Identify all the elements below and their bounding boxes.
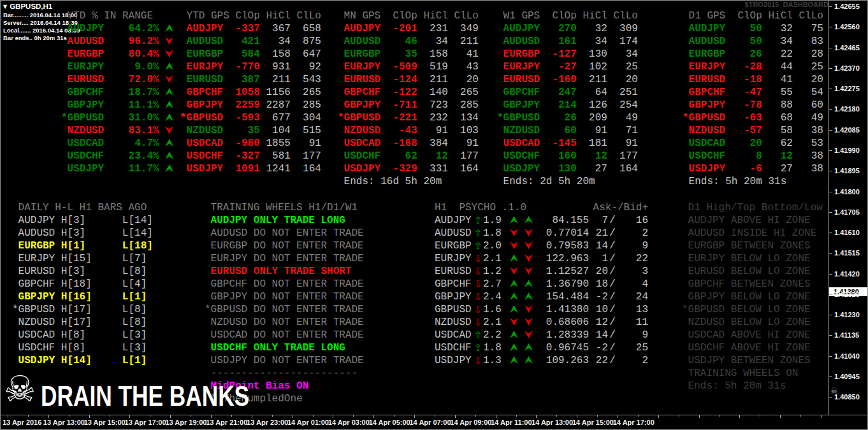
- table-row: USDJPY BETWEEN ZONES: [682, 354, 811, 367]
- price-scale[interactable]: 1.41380 ☠ 1.426551.425601.424651.423701.…: [829, 0, 868, 415]
- slash: /: [608, 341, 617, 354]
- table-row: AUDUSD H[3] L[14]: [12, 227, 153, 240]
- skull-crossbones-icon: ☠: [4, 369, 36, 409]
- pair-and-clop: USDJPY 1091: [180, 163, 260, 175]
- hicl-value: 22: [762, 48, 793, 60]
- up-arrow-icon: [165, 113, 173, 121]
- price-tick-label: 1.41515: [834, 249, 860, 257]
- column-header: YTD % IN RANGE: [61, 10, 153, 22]
- cllo-value: 265: [448, 87, 479, 98]
- bid-value: 22: [617, 252, 648, 265]
- price-tick-label: 1.40945: [834, 373, 860, 381]
- table-row: AUDJPY 64.2%: [61, 22, 173, 35]
- hicl-value: 519: [417, 61, 448, 73]
- table-row: *GBPUSD BELOW LO ZONE: [682, 303, 811, 316]
- up-arrow-icon: [165, 152, 173, 159]
- table-row: USDJPY 1091 1241 164: [180, 162, 321, 175]
- up-arrow-icon: [510, 280, 518, 287]
- psycho-row: EURJPY⇩2.1122.9631/22: [435, 252, 648, 265]
- hicl-value: 41: [762, 74, 793, 85]
- cllo-value: 177: [448, 150, 479, 162]
- pair-and-clop: AUDUSD 50: [683, 36, 762, 47]
- pair-and-clop: NZDUSD 35: [180, 125, 260, 136]
- hicl-value: 68: [762, 112, 793, 124]
- chevron-arrows: [505, 354, 543, 367]
- table-row: EURJPY -27 102 25: [497, 61, 638, 73]
- cllo-value: 647: [291, 48, 321, 60]
- hicl-value: 158: [260, 48, 291, 60]
- hicl-value: 209: [577, 112, 607, 124]
- psycho-level: 1.2: [483, 265, 505, 278]
- ends-countdown: Ends: 2d 5h 20m: [497, 176, 595, 187]
- chevron-arrows: [505, 316, 543, 329]
- slash: /: [608, 290, 617, 303]
- bid-value: 2: [617, 354, 648, 367]
- pair-and-clop: NZDUSD -57: [683, 125, 762, 136]
- training-row-text: AUDJPY ONLY TRADE LONG: [205, 215, 345, 226]
- psycho-level: 2.2: [483, 329, 505, 341]
- pair-and-percent: AUDUSD 96.2%: [61, 36, 165, 47]
- cllo-value: 83: [793, 36, 823, 47]
- table-row: AUDUSD 96.2%: [61, 35, 173, 48]
- time-axis[interactable]: 13 Apr 201613 Apr 13:0013 Apr 15:0013 Ap…: [0, 415, 868, 430]
- pair-and-clop: AUDJPY 270: [497, 23, 577, 34]
- pair-and-clop: AUDJPY 50: [683, 23, 762, 34]
- zones-header: D1 High/Top Bottom/Low: [682, 202, 823, 213]
- hicl-value: 58: [762, 125, 793, 136]
- hicl-value: 34: [577, 36, 607, 47]
- table-row: EURGBP 584 158 647: [180, 48, 321, 61]
- bid-value: 2: [617, 227, 648, 240]
- table-row: EURJPY -770 931 92: [180, 61, 321, 73]
- cllo-value: 164: [291, 163, 321, 175]
- table-row: USDCHF 62 12 177: [338, 150, 479, 162]
- table-row: USDCAD -145 181 91: [497, 137, 638, 150]
- price-tick-label: 1.42085: [834, 126, 860, 134]
- up-arrow-icon: [524, 216, 533, 224]
- daily-hl-row-text: GBPCHF H[18] L[4]: [12, 278, 147, 290]
- daily-hl-row-text: EURJPY H[15] L[7]: [12, 253, 147, 264]
- down-arrow-icon: [165, 50, 173, 57]
- up-arrow-icon: [165, 88, 173, 96]
- pair-and-clop: GBPCHF -122: [338, 87, 417, 98]
- table-row: EURGBP DO NOT ENTER TRADE: [205, 240, 364, 252]
- hicl-value: 64: [577, 87, 607, 98]
- table-row: GBPJPY BELOW LO ZONE: [682, 290, 811, 303]
- time-tick-label: 14 Apr 09:00: [450, 419, 491, 426]
- price-value: 1.41380: [543, 303, 589, 316]
- table-row: USDCAD DO NOT ENTER TRADE: [205, 329, 364, 341]
- ytd-range-header: YTD % IN RANGE: [61, 10, 153, 22]
- table-row: *GBPUSD H[17] L[8]: [12, 303, 147, 316]
- price-value: 154.484: [543, 290, 589, 303]
- cllo-value: 658: [291, 23, 321, 34]
- pair-and-percent: EURJPY 9.0%: [61, 61, 165, 73]
- up-block-arrow-icon: ⇧: [474, 331, 483, 340]
- hicl-value: 140: [417, 87, 448, 98]
- time-tick: [638, 415, 639, 417]
- cllo-value: 92: [291, 61, 321, 73]
- training-row-text: AUDUSD DO NOT ENTER TRADE: [205, 227, 364, 239]
- price-value: 0.77014: [543, 227, 589, 240]
- up-arrow-icon: [510, 356, 518, 364]
- zone-row-text: AUDUSD INSIDE HI ZONE: [682, 227, 816, 239]
- time-tick: [618, 415, 618, 418]
- time-tick-label: 13 Apr 21:00: [206, 419, 247, 426]
- down-arrow-icon: [524, 331, 533, 338]
- pair-and-clop: AUDJPY -337: [180, 23, 260, 34]
- pair-and-clop: EURJPY -28: [683, 61, 762, 73]
- hicl-value: 44: [762, 61, 793, 73]
- table-row: EURUSD ONLY TRADE SHORT: [205, 265, 351, 278]
- pair-label: GBPUSD: [435, 303, 474, 316]
- time-tick-label: 14 Apr 07:00: [410, 419, 451, 426]
- hicl-value: 104: [260, 125, 291, 136]
- price-tick-label: 1.42560: [834, 23, 860, 31]
- chevron-arrows: [505, 252, 543, 265]
- time-tick: [211, 415, 212, 418]
- down-arrow-icon: [524, 229, 533, 236]
- zone-row-text: GBPCHF BETWEEN ZONES: [682, 278, 811, 290]
- slash: /: [608, 278, 617, 290]
- table-row: USDCAD -168 384 91: [338, 137, 479, 150]
- pair-and-clop: USDCHF 62: [338, 150, 417, 162]
- slash: /: [608, 240, 617, 252]
- table-row: GBPJPY 2259 2287 285: [180, 99, 321, 111]
- zone-row-text: USDCHF ABOVE HI ZONE: [682, 342, 811, 354]
